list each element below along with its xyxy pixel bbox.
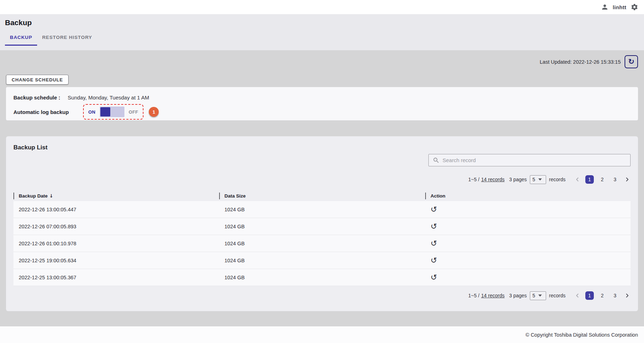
page-title: Backup bbox=[5, 18, 644, 27]
last-updated-row: Last Updated: 2022-12-26 15:33:15 ↻ bbox=[6, 55, 638, 68]
page-button-1[interactable]: 1 bbox=[585, 291, 594, 300]
restore-icon: ↺ bbox=[431, 240, 437, 247]
page-button-3[interactable]: 3 bbox=[611, 175, 619, 184]
main-content: Last Updated: 2022-12-26 15:33:15 ↻ CHAN… bbox=[0, 50, 644, 326]
pages-count-label: 3 pages bbox=[509, 177, 527, 182]
chevron-right-icon bbox=[623, 176, 631, 183]
footer: © Copyright Toshiba Digital Solutions Co… bbox=[0, 326, 644, 343]
page-head: Backup BACKUP RESTORE HISTORY bbox=[0, 14, 644, 50]
restore-button[interactable]: ↺ bbox=[431, 274, 437, 281]
restore-button[interactable]: ↺ bbox=[431, 206, 437, 213]
backup-date-header-label: Backup Date bbox=[19, 193, 48, 199]
table-row: 2022-12-26 07:00:05.893 1024 GB ↺ bbox=[13, 218, 631, 235]
copyright-label: © Copyright Toshiba Digital Solutions Co… bbox=[526, 332, 638, 338]
records-label: records bbox=[549, 293, 566, 298]
tab-bar: BACKUP RESTORE HISTORY bbox=[5, 33, 644, 46]
restore-icon: ↺ bbox=[431, 274, 437, 281]
chevron-left-icon bbox=[574, 292, 581, 299]
records-count-link[interactable]: 14 records bbox=[481, 293, 504, 298]
user-icon bbox=[601, 3, 609, 11]
pages-count-label: 3 pages bbox=[509, 293, 527, 298]
table-row: 2022-12-26 13:00:05.447 1024 GB ↺ bbox=[13, 201, 631, 218]
refresh-icon: ↻ bbox=[628, 58, 634, 65]
backup-date-cell: 2022-12-25 13:00:05.367 bbox=[13, 275, 219, 280]
schedule-panel: Backup schedule : Sunday, Monday, Tuesda… bbox=[6, 87, 638, 120]
pagination-bottom: 1~5 / 14 records 3 pages 5 records 1 2 3 bbox=[13, 291, 631, 300]
records-label: records bbox=[549, 177, 566, 182]
data-size-cell: 1024 GB bbox=[219, 241, 425, 246]
change-schedule-button[interactable]: CHANGE SCHEDULE bbox=[6, 75, 69, 85]
data-size-header-label: Data Size bbox=[224, 193, 246, 199]
chevron-left-icon bbox=[574, 176, 581, 183]
tab-restore-history[interactable]: RESTORE HISTORY bbox=[37, 33, 97, 46]
page-size-value: 5 bbox=[532, 293, 535, 298]
page-size-value: 5 bbox=[532, 177, 535, 182]
next-page-button[interactable] bbox=[623, 176, 631, 183]
auto-log-toggle[interactable] bbox=[100, 107, 124, 117]
search-box bbox=[428, 154, 631, 166]
column-header-action: Action bbox=[425, 193, 631, 199]
records-count-link[interactable]: 14 records bbox=[481, 177, 504, 182]
restore-button[interactable]: ↺ bbox=[431, 240, 437, 247]
table-row: 2022-12-26 01:00:10.978 1024 GB ↺ bbox=[13, 235, 631, 252]
data-size-cell: 1024 GB bbox=[219, 258, 425, 263]
column-header-backup-date[interactable]: Backup Date ↓ bbox=[13, 193, 219, 199]
search-input[interactable] bbox=[443, 157, 626, 163]
backup-list-title: Backup List bbox=[13, 144, 631, 151]
auto-log-backup-label: Automatic log backup bbox=[13, 109, 69, 115]
table-body: 2022-12-26 13:00:05.447 1024 GB ↺ 2022-1… bbox=[13, 201, 631, 286]
auto-log-toggle-highlight: ON OFF bbox=[83, 104, 144, 120]
toggle-knob[interactable] bbox=[100, 107, 110, 116]
backup-table: Backup Date ↓ Data Size Action 2022-12-2… bbox=[13, 190, 631, 286]
restore-button[interactable]: ↺ bbox=[431, 257, 437, 264]
column-header-data-size[interactable]: Data Size bbox=[219, 193, 425, 199]
action-header-label: Action bbox=[431, 193, 445, 199]
backup-date-cell: 2022-12-26 13:00:05.447 bbox=[13, 207, 219, 212]
chevron-down-icon bbox=[538, 295, 542, 297]
chevron-down-icon bbox=[538, 178, 542, 181]
username-label: linhtt bbox=[613, 4, 626, 10]
backup-schedule-label: Backup schedule : bbox=[13, 95, 60, 101]
backup-date-cell: 2022-12-26 07:00:05.893 bbox=[13, 224, 219, 229]
pagination-range: 1~5 / bbox=[468, 177, 480, 182]
table-header: Backup Date ↓ Data Size Action bbox=[13, 190, 631, 201]
page-button-2[interactable]: 2 bbox=[598, 291, 607, 300]
page-button-1[interactable]: 1 bbox=[585, 175, 594, 184]
data-size-cell: 1024 GB bbox=[219, 224, 425, 229]
next-page-button[interactable] bbox=[623, 292, 631, 299]
toggle-off-label: OFF bbox=[129, 109, 138, 115]
chevron-right-icon bbox=[623, 292, 631, 299]
sort-desc-icon: ↓ bbox=[49, 193, 53, 199]
backup-date-cell: 2022-12-25 19:00:05.634 bbox=[13, 258, 219, 263]
prev-page-button[interactable] bbox=[574, 292, 581, 299]
toggle-on-label: ON bbox=[88, 109, 95, 115]
last-updated-label: Last Updated: 2022-12-26 15:33:15 bbox=[540, 59, 621, 65]
page-button-2[interactable]: 2 bbox=[598, 175, 607, 184]
backup-list-panel: Backup List 1~5 / 14 records 3 pages 5 r… bbox=[6, 136, 638, 311]
pagination-range: 1~5 / bbox=[468, 293, 480, 298]
gear-icon[interactable] bbox=[631, 3, 638, 11]
search-icon bbox=[433, 157, 440, 164]
page-size-select[interactable]: 5 bbox=[530, 291, 546, 300]
table-row: 2022-12-25 13:00:05.367 1024 GB ↺ bbox=[13, 269, 631, 286]
pagination-top: 1~5 / 14 records 3 pages 5 records 1 2 3 bbox=[13, 175, 631, 184]
data-size-cell: 1024 GB bbox=[219, 207, 425, 212]
backup-schedule-value: Sunday, Monday, Tuesday at 1 AM bbox=[68, 95, 149, 101]
restore-button[interactable]: ↺ bbox=[431, 223, 437, 230]
backup-schedule-row: Backup schedule : Sunday, Monday, Tuesda… bbox=[13, 93, 631, 101]
page-size-select[interactable]: 5 bbox=[530, 175, 546, 184]
restore-icon: ↺ bbox=[431, 206, 437, 213]
restore-icon: ↺ bbox=[431, 257, 437, 264]
auto-log-backup-row: Automatic log backup ON OFF 1 bbox=[13, 104, 631, 120]
step-badge: 1 bbox=[149, 107, 159, 117]
table-row: 2022-12-25 19:00:05.634 1024 GB ↺ bbox=[13, 252, 631, 269]
data-size-cell: 1024 GB bbox=[219, 275, 425, 280]
restore-icon: ↺ bbox=[431, 223, 437, 230]
tab-backup[interactable]: BACKUP bbox=[5, 33, 37, 46]
page-button-3[interactable]: 3 bbox=[611, 291, 619, 300]
prev-page-button[interactable] bbox=[574, 176, 581, 183]
refresh-button[interactable]: ↻ bbox=[625, 55, 638, 68]
topbar: linhtt bbox=[0, 0, 644, 14]
backup-date-cell: 2022-12-26 01:00:10.978 bbox=[13, 241, 219, 246]
